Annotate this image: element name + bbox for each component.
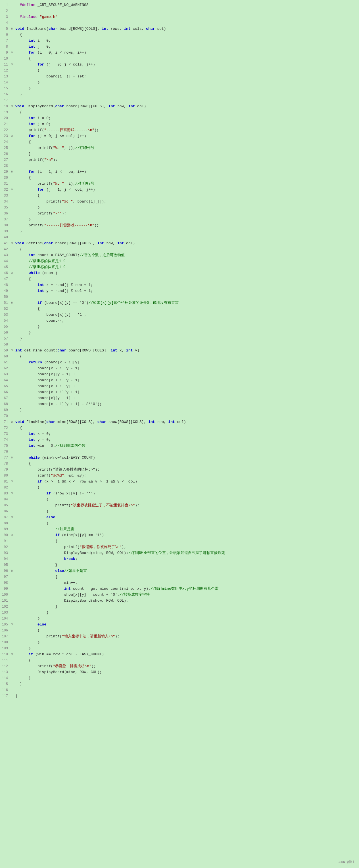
line-number: 11 xyxy=(1,62,11,67)
line-number: 116 xyxy=(1,687,11,693)
code-text: if (show[x][y] != '*') xyxy=(15,491,358,496)
line-number: 92 xyxy=(1,544,11,550)
line-number: 27 xyxy=(1,157,11,163)
fold-button xyxy=(11,681,15,682)
fold-button xyxy=(11,294,15,294)
code-text: } xyxy=(15,336,358,342)
code-line: 111 { xyxy=(0,657,359,663)
line-number: 19 xyxy=(1,110,11,115)
fold-button[interactable]: ⊟ xyxy=(11,103,15,108)
code-line: 34 printf("%c ", board[i][j]); xyxy=(0,199,359,205)
code-text: { xyxy=(15,68,358,73)
line-number: 37 xyxy=(1,217,11,222)
code-line: 1 #define _CRT_SECURE_NO_WARNINGS xyxy=(0,2,359,8)
code-text: while (count) xyxy=(15,270,358,276)
code-text: while (win<row*col-EASY_COUNT) xyxy=(15,455,358,461)
fold-button[interactable]: ⊟ xyxy=(11,26,15,31)
fold-button[interactable]: ⊟ xyxy=(11,479,15,484)
fold-button xyxy=(11,377,15,378)
code-text: printf("------扫雷游戏------\n"); xyxy=(15,223,358,228)
line-number: 12 xyxy=(1,68,11,73)
line-number: 4 xyxy=(1,20,11,26)
code-text: for (i = 0; i < rows; i++) xyxy=(15,50,358,56)
code-text: board[x + 1][y - 1] + xyxy=(15,377,358,383)
fold-button[interactable]: ⊟ xyxy=(11,622,15,627)
fold-button[interactable]: ⊟ xyxy=(11,187,15,192)
code-line: 23⊟ for (j = 0; j <= col; j++) xyxy=(0,133,359,139)
fold-button[interactable]: ⊟ xyxy=(11,568,15,573)
line-number: 15 xyxy=(1,86,11,91)
line-number: 74 xyxy=(1,437,11,443)
code-text: for (j = 0; j < cols; j++) xyxy=(15,62,358,67)
line-number: 80 xyxy=(1,473,11,478)
line-number: 51 xyxy=(1,300,11,306)
fold-button[interactable]: ⊟ xyxy=(11,515,15,520)
code-line: 65 board[x + 1][y] + xyxy=(0,383,359,390)
fold-button xyxy=(11,110,15,110)
code-text: { xyxy=(15,485,358,491)
fold-button[interactable]: ⊟ xyxy=(11,169,15,174)
line-number: 117 xyxy=(1,693,11,699)
code-line: 29⊟ for (i = 1; i <= row; i++) xyxy=(0,169,359,175)
line-number: 34 xyxy=(1,199,11,205)
code-text: } xyxy=(15,604,358,610)
line-number: 97 xyxy=(1,574,11,580)
fold-button xyxy=(11,163,15,163)
line-number: 29 xyxy=(1,169,11,175)
code-line: 47 { xyxy=(0,276,359,282)
fold-button xyxy=(11,687,15,688)
fold-button xyxy=(11,38,15,38)
fold-button[interactable]: ⊟ xyxy=(11,62,15,67)
fold-button[interactable]: ⊟ xyxy=(11,491,15,496)
line-number: 5 xyxy=(1,26,11,32)
fold-button xyxy=(11,461,15,461)
line-number: 77 xyxy=(1,455,11,461)
line-number: 14 xyxy=(1,80,11,85)
line-number: 50 xyxy=(1,294,11,300)
fold-button[interactable]: ⊟ xyxy=(11,455,15,460)
fold-button xyxy=(11,503,15,503)
code-text: { xyxy=(15,247,358,252)
fold-button xyxy=(11,437,15,437)
code-line: 69 } xyxy=(0,407,359,413)
code-line: 73 int x = 0; xyxy=(0,431,359,437)
code-text: } xyxy=(15,205,358,211)
line-number: 48 xyxy=(1,282,11,288)
fold-button xyxy=(11,44,15,44)
fold-button[interactable]: ⊟ xyxy=(11,241,15,246)
fold-button xyxy=(11,604,15,604)
code-line: 109 } xyxy=(0,646,359,652)
line-number: 114 xyxy=(1,675,11,681)
code-text: board[x][y - 1] + xyxy=(15,372,358,377)
code-line: 62 board[x - 1][y - 1] + xyxy=(0,366,359,372)
code-line: 12 { xyxy=(0,68,359,74)
code-line: 6 { xyxy=(0,32,359,38)
code-text: break; xyxy=(15,556,358,562)
code-line: 22 printf("------扫雷游戏------\n"); xyxy=(0,127,359,133)
fold-button[interactable]: ⊟ xyxy=(11,270,15,275)
code-line: 81⊟ if (x >= 1 && x <= row && y >= 1 && … xyxy=(0,479,359,485)
fold-button xyxy=(11,675,15,676)
line-number: 22 xyxy=(1,127,11,133)
code-text: int get_mine_count(char board[ROWS][COLS… xyxy=(15,348,358,353)
fold-button[interactable]: ⊟ xyxy=(11,133,15,138)
fold-button[interactable]: ⊟ xyxy=(11,419,15,424)
code-text: for (j = 1; j <= col; j++) xyxy=(15,187,358,193)
code-line: 40 xyxy=(0,235,359,241)
fold-button xyxy=(11,258,15,259)
fold-button xyxy=(11,401,15,402)
code-text: } xyxy=(15,229,358,234)
code-line: 102 } xyxy=(0,604,359,610)
line-number: 90 xyxy=(1,532,11,538)
code-line: 11⊟ for (j = 0; j < cols; j++) xyxy=(0,62,359,68)
line-number: 13 xyxy=(1,74,11,80)
fold-button xyxy=(11,372,15,372)
fold-button[interactable]: ⊟ xyxy=(11,300,15,305)
fold-button[interactable]: ⊟ xyxy=(11,348,15,353)
fold-button[interactable]: ⊟ xyxy=(11,532,15,537)
line-number: 60 xyxy=(1,354,11,360)
fold-button[interactable]: ⊟ xyxy=(11,652,15,657)
fold-button[interactable]: ⊟ xyxy=(11,50,15,55)
fold-button xyxy=(11,175,15,175)
fold-button xyxy=(11,407,15,408)
